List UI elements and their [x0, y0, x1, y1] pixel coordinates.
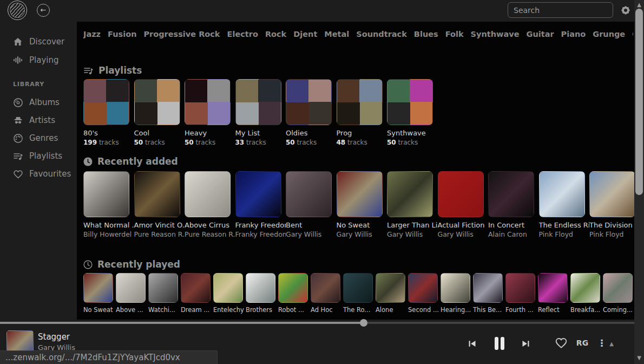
- genre-tag[interactable]: Orchestral: [632, 30, 633, 38]
- genre-tag[interactable]: Progressive Rock: [143, 30, 220, 38]
- album-card[interactable]: Actual FictionGary Willis: [438, 171, 484, 238]
- seek-bar-thumb[interactable]: [360, 319, 367, 327]
- album-card[interactable]: Coming...: [603, 273, 633, 314]
- album-title: The Ro...: [343, 306, 375, 314]
- recently-played-section-header: Recently played: [83, 259, 180, 270]
- scrollbar-down-icon[interactable]: ▼: [634, 355, 644, 361]
- section-title: Recently played: [97, 259, 180, 270]
- album-card[interactable]: Watchi...: [148, 273, 178, 314]
- genre-tag[interactable]: Fusion: [108, 30, 136, 38]
- playlist-card[interactable]: Cool50 tracks: [134, 79, 180, 146]
- app-logo-icon[interactable]: [8, 1, 27, 20]
- replaygain-toggle[interactable]: RG: [575, 338, 590, 348]
- now-playing-title[interactable]: Stagger: [38, 332, 70, 342]
- album-card[interactable]: Above ...: [116, 273, 146, 314]
- clock-filled-icon: [83, 157, 93, 166]
- album-cover: [589, 171, 634, 217]
- playlist-cover: [134, 79, 180, 125]
- album-card[interactable]: Fourth ...: [505, 273, 535, 314]
- genre-tag[interactable]: Rock: [265, 30, 286, 38]
- genre-tag[interactable]: Folk: [445, 30, 464, 38]
- album-card[interactable]: Brothers: [246, 273, 275, 314]
- playlist-track-count: 48 tracks: [337, 139, 387, 146]
- playlist-cover: [83, 79, 129, 125]
- settings-gear-icon[interactable]: [619, 4, 632, 17]
- playlist-card[interactable]: My List33 tracks: [235, 79, 281, 146]
- album-card[interactable]: Ad Hoc: [311, 273, 340, 314]
- playlist-name: Oldies: [286, 129, 336, 137]
- album-card[interactable]: No SweatGary Willis: [337, 171, 383, 238]
- expand-player-caret-icon[interactable]: ▲: [607, 340, 616, 347]
- sidebar-item-label: Genres: [29, 133, 58, 143]
- sidebar-item-artists[interactable]: Artists: [0, 112, 77, 129]
- album-title: Robot ...: [278, 306, 310, 314]
- album-card[interactable]: The Division B...Pink Floyd: [589, 171, 634, 238]
- album-card[interactable]: The Endless Ri...Pink Floyd: [539, 171, 585, 238]
- album-card[interactable]: Alone: [376, 273, 405, 314]
- playlists-row: 80's199 tracksCool50 tracksHeavy50 track…: [83, 79, 433, 146]
- sidebar-item-discover[interactable]: Discover: [0, 33, 77, 50]
- favourite-heart-icon[interactable]: [554, 336, 568, 350]
- playlist-card[interactable]: Synthwave50 tracks: [387, 79, 433, 146]
- album-card[interactable]: Robot ...: [278, 273, 308, 314]
- scrollbar-up-icon[interactable]: ▲: [634, 2, 644, 8]
- genre-tag[interactable]: Jazz: [83, 30, 101, 38]
- sidebar-item-favourites[interactable]: Favourites: [0, 165, 77, 183]
- album-card[interactable]: Larger Than LifeGary Willis: [387, 171, 433, 238]
- genre-tag[interactable]: Soundtrack: [356, 30, 407, 38]
- previous-track-button[interactable]: [466, 339, 477, 348]
- playlist-cover: [185, 79, 231, 125]
- album-cover: [213, 273, 243, 303]
- sidebar-item-playlists[interactable]: Playlists: [0, 147, 77, 165]
- album-cover: [83, 273, 113, 303]
- genre-tag[interactable]: Blues: [414, 30, 438, 38]
- search-input[interactable]: [508, 2, 613, 18]
- playlist-name: Prog: [337, 129, 387, 137]
- seek-bar[interactable]: [0, 322, 634, 324]
- back-button[interactable]: ←: [37, 4, 50, 17]
- sidebar-item-label: Favourites: [29, 169, 71, 179]
- genre-tag[interactable]: Grunge: [593, 30, 625, 38]
- album-title: Watchi...: [148, 306, 180, 314]
- album-card[interactable]: What Normal ...Billy Howerdel: [83, 171, 129, 238]
- genre-tag[interactable]: Guitar: [527, 30, 554, 38]
- scrollbar-thumb[interactable]: [635, 9, 643, 195]
- next-track-button[interactable]: [520, 339, 531, 348]
- genre-tag[interactable]: Piano: [561, 30, 586, 38]
- album-card[interactable]: Above CirrusPure Reason R...: [185, 171, 231, 238]
- playlist-card[interactable]: Oldies50 tracks: [286, 79, 332, 146]
- sidebar-item-genres[interactable]: Genres: [0, 129, 77, 147]
- playlist-track-count: 50 tracks: [134, 139, 185, 146]
- album-card[interactable]: Amor Vincit O...Pure Reason R...: [134, 171, 180, 238]
- playlist-card[interactable]: 80's199 tracks: [83, 79, 129, 146]
- genre-tag[interactable]: Djent: [293, 30, 317, 38]
- playlist-card[interactable]: Prog48 tracks: [337, 79, 383, 146]
- album-card[interactable]: In ConcertAlain Caron: [488, 171, 534, 238]
- clock-outline-icon: [83, 260, 93, 269]
- album-card[interactable]: Hearing...: [441, 273, 470, 314]
- genre-tag[interactable]: Metal: [324, 30, 349, 38]
- album-card[interactable]: Dream ...: [181, 273, 211, 314]
- genre-tag[interactable]: Synthwave: [471, 30, 520, 38]
- album-card[interactable]: Second ...: [408, 273, 438, 314]
- album-card[interactable]: No Sweat: [83, 273, 113, 314]
- sidebar-item-albums[interactable]: Albums: [0, 94, 77, 111]
- playlist-card[interactable]: Heavy50 tracks: [185, 79, 231, 146]
- album-card[interactable]: Breakfa...: [570, 273, 600, 314]
- album-card[interactable]: The Ro...: [343, 273, 373, 314]
- album-card[interactable]: BentGary Willis: [286, 171, 332, 238]
- album-cover: [603, 273, 633, 303]
- album-card[interactable]: Reflect: [538, 273, 568, 314]
- album-card[interactable]: Franky FreedomFranky Freedom: [235, 171, 281, 238]
- sidebar-library-header: LIBRARY: [13, 81, 44, 88]
- album-card[interactable]: This Be...: [473, 273, 503, 314]
- album-cover: [246, 273, 275, 303]
- album-card[interactable]: Entelechy: [213, 273, 243, 314]
- kebab-menu-icon[interactable]: ⋮: [597, 337, 606, 349]
- pause-button[interactable]: [491, 335, 508, 352]
- sidebar-item-playing[interactable]: Playing: [0, 51, 77, 69]
- genre-tag[interactable]: Electro: [227, 30, 258, 38]
- album-artist: Gary Willis: [286, 230, 336, 238]
- playlist-icon: [12, 151, 24, 161]
- album-title: The Division B...: [589, 221, 634, 229]
